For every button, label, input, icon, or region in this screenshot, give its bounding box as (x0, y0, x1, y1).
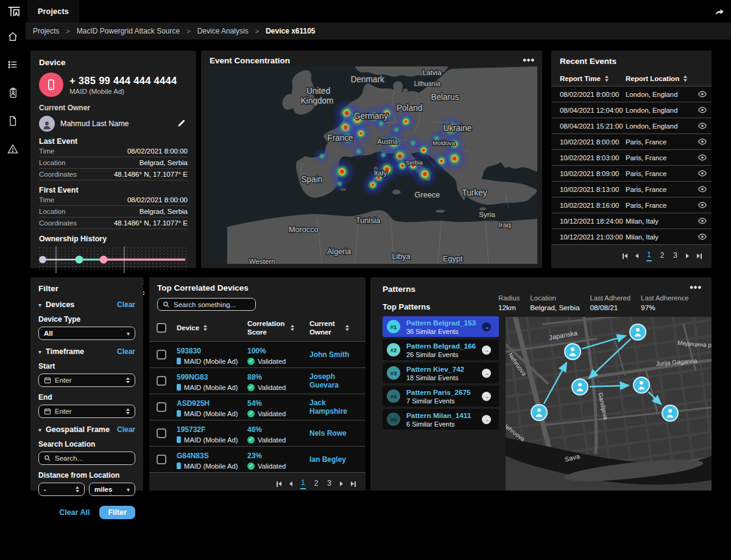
page-number[interactable]: 3 (673, 251, 678, 261)
first-page-button[interactable] (277, 481, 281, 487)
device-id-link[interactable]: 593830 (177, 347, 201, 355)
device-id-link[interactable]: 195732F (177, 425, 205, 434)
devices-group-title[interactable]: Devices (46, 300, 117, 309)
view-event-button[interactable] (693, 218, 712, 224)
breadcrumb-item[interactable]: Projects (33, 27, 77, 35)
share-button[interactable] (707, 0, 731, 23)
owner-link[interactable]: Jack Hampshire (309, 399, 366, 416)
page-number[interactable]: 2 (660, 251, 665, 261)
view-event-button[interactable] (693, 154, 712, 161)
correlated-search-input[interactable]: Search something... (157, 298, 256, 311)
column-report-location[interactable]: Report Location (626, 75, 693, 82)
chevron-down-icon[interactable]: ▾ (38, 427, 41, 433)
clear-all-button[interactable]: Clear All (59, 508, 90, 517)
first-page-button[interactable] (623, 253, 627, 259)
list-icon[interactable] (6, 58, 19, 71)
view-event-button[interactable] (693, 233, 712, 240)
owner-link[interactable]: John Smith (309, 350, 366, 359)
device-id-link[interactable]: G84N83S (177, 452, 209, 460)
column-current-owner[interactable]: Current Owner (309, 319, 366, 337)
pattern-item[interactable]: #5 Pattern Milan_1411 6 Similar Events → (383, 409, 499, 430)
start-date-input[interactable]: Enter (38, 374, 135, 387)
timeline-dot-john-jovanic[interactable] (76, 256, 83, 264)
pattern-item[interactable]: #2 Pattern Belgrad_166 26 Similar Events… (383, 339, 499, 360)
timeline-dot-ibrahim-stanic[interactable] (100, 256, 108, 264)
breadcrumb-item[interactable]: MacID Powergrid Attack Source (77, 27, 197, 35)
ownership-timeline[interactable] (39, 244, 188, 275)
pattern-open-icon[interactable]: → (482, 322, 491, 331)
view-event-button[interactable] (693, 186, 712, 193)
view-event-button[interactable] (693, 138, 712, 145)
location-node[interactable] (565, 344, 581, 360)
app-logo[interactable] (0, 0, 27, 23)
column-report-time[interactable]: Report Time (560, 75, 626, 82)
pattern-open-icon[interactable]: → (482, 392, 491, 401)
row-checkbox[interactable] (157, 402, 166, 412)
location-node[interactable] (531, 405, 547, 420)
europe-heatmap[interactable]: DenmarkLatviaLithuaniaUnitedKingdomBelar… (206, 66, 537, 264)
alert-icon[interactable] (6, 142, 19, 155)
device-id-link[interactable]: ASD925H (177, 399, 210, 408)
view-event-button[interactable] (693, 170, 712, 177)
column-correlation-score[interactable]: Correlation Score (247, 319, 309, 337)
pattern-open-icon[interactable]: → (482, 415, 491, 424)
chevron-down-icon[interactable]: ▾ (38, 349, 41, 355)
page-number[interactable]: 1 (300, 478, 306, 489)
sort-icon[interactable] (605, 76, 609, 82)
location-node[interactable] (630, 324, 646, 340)
last-page-button[interactable] (351, 481, 356, 487)
edit-owner-button[interactable] (177, 118, 188, 129)
view-event-button[interactable] (693, 91, 712, 97)
next-page-button[interactable] (340, 481, 343, 486)
view-event-button[interactable] (693, 122, 712, 129)
pattern-open-icon[interactable]: → (482, 346, 491, 355)
row-checkbox[interactable] (157, 428, 166, 438)
clipboard-person-icon[interactable] (6, 86, 19, 99)
owner-link[interactable]: Joseph Guevara (309, 372, 366, 389)
next-page-button[interactable] (686, 253, 689, 258)
pattern-route-map[interactable]: JapanskaМедицина радаJurija GagarinaGand… (506, 317, 712, 491)
row-checkbox[interactable] (157, 455, 166, 464)
chevron-down-icon[interactable]: ▾ (38, 302, 41, 308)
device-type-select[interactable]: All ▾ (38, 327, 135, 340)
clear-devices-button[interactable]: Clear (117, 300, 135, 309)
tab-projects[interactable]: Projects (27, 0, 80, 23)
breadcrumb-item[interactable]: Device Analysis (197, 27, 266, 35)
stepper-icon[interactable] (126, 377, 130, 383)
document-icon[interactable] (6, 114, 19, 127)
owner-link[interactable]: Ian Begley (309, 455, 366, 464)
breadcrumb-item[interactable]: Device x61105 (266, 27, 315, 35)
clear-geospatial-button[interactable]: Clear (117, 425, 135, 434)
stepper-icon[interactable] (76, 486, 79, 492)
clear-timeframe-button[interactable]: Clear (117, 347, 135, 356)
page-number[interactable]: 3 (327, 479, 332, 489)
owner-link[interactable]: Nels Rowe (309, 429, 366, 438)
distance-unit-select[interactable]: miles ▾ (89, 483, 135, 496)
pattern-item[interactable]: #4 Pattern Paris_2675 7 Similar Events → (383, 386, 499, 406)
device-id-link[interactable]: 599NG83 (177, 373, 208, 381)
location-node[interactable] (572, 379, 588, 395)
more-menu-icon[interactable]: ••• (523, 57, 535, 63)
location-node[interactable] (662, 405, 678, 421)
column-device[interactable]: Device (177, 324, 247, 332)
pattern-item[interactable]: #3 Pattern Kiev_742 18 Similar Events → (383, 363, 499, 383)
geospatial-group-title[interactable]: Geospatial Frame (46, 425, 117, 434)
timeline-dot-not-assigned[interactable] (39, 256, 46, 263)
page-number[interactable]: 2 (314, 479, 319, 489)
search-location-input[interactable]: Search... (38, 452, 135, 465)
location-node[interactable] (634, 377, 649, 393)
end-date-input[interactable]: Enter (38, 405, 135, 418)
prev-page-button[interactable] (635, 253, 638, 258)
sort-icon[interactable] (203, 325, 207, 331)
sort-icon[interactable] (683, 76, 687, 82)
pattern-item[interactable]: #1 Pattern Belgrad_153 36 Similar Events… (383, 316, 499, 337)
sort-icon[interactable] (291, 325, 294, 331)
view-event-button[interactable] (693, 107, 712, 113)
prev-page-button[interactable] (289, 481, 292, 486)
more-menu-icon[interactable]: ••• (690, 285, 702, 294)
page-number[interactable]: 1 (646, 250, 652, 261)
timeframe-group-title[interactable]: Timeframe (46, 347, 117, 356)
last-page-button[interactable] (697, 253, 702, 259)
row-checkbox[interactable] (157, 350, 166, 360)
sort-icon[interactable] (345, 325, 349, 331)
